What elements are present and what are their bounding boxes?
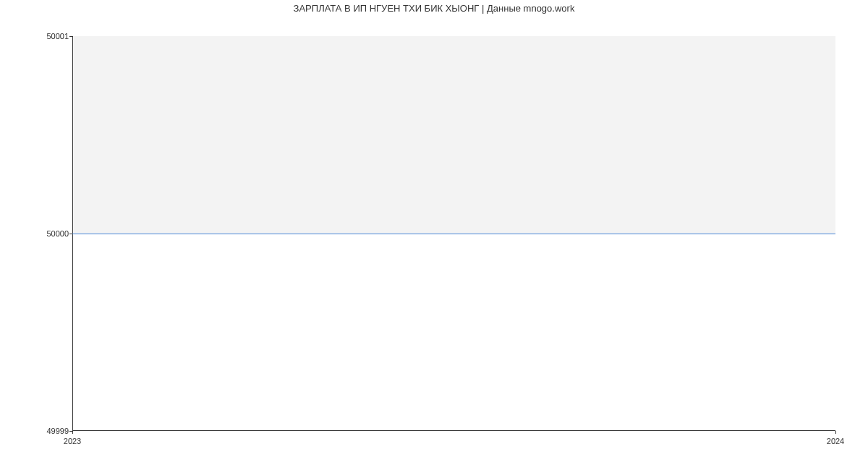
chart-container: ЗАРПЛАТА В ИП НГУЕН ТХИ БИК ХЫОНГ | Данн… [0,0,868,470]
x-tick-label: 2023 [64,437,81,445]
data-line [72,234,835,234]
x-tick-mark [835,431,836,434]
chart-title: ЗАРПЛАТА В ИП НГУЕН ТХИ БИК ХЫОНГ | Данн… [0,3,868,14]
y-tick-mark [69,36,72,37]
x-tick-label: 2024 [827,437,844,445]
y-tick-mark [69,234,72,234]
y-tick-label: 49999 [0,427,69,435]
x-tick-mark [72,431,73,434]
y-tick-label: 50000 [0,229,69,238]
y-tick-label: 50001 [0,32,69,40]
